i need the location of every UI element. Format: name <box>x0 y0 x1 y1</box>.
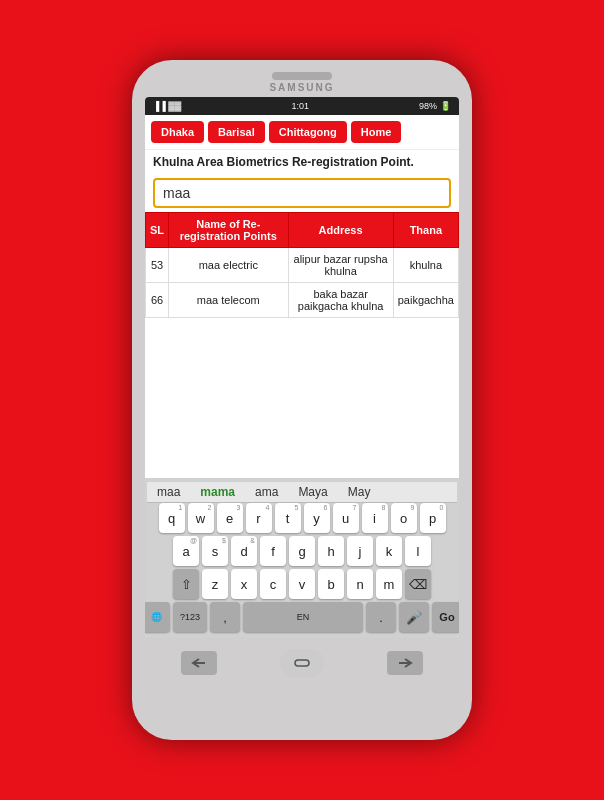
page-title: Khulna Area Biometrics Re-registration P… <box>145 150 459 174</box>
key-period[interactable]: . <box>366 602 396 632</box>
key-i[interactable]: 8i <box>362 503 388 533</box>
cell-sl: 66 <box>146 283 169 318</box>
nav-home[interactable]: Home <box>351 121 402 143</box>
key-mic[interactable]: 🎤 <box>399 602 429 632</box>
key-comma[interactable]: , <box>210 602 240 632</box>
suggestion-1[interactable]: mama <box>194 485 241 499</box>
keyboard: maa mama ama Maya May 1q 2w 3e 4r 5t 6y … <box>145 478 459 637</box>
key-space[interactable]: EN <box>243 602 363 632</box>
results-table-wrap: SL Name of Re-registration Points Addres… <box>145 212 459 478</box>
cell-thana: khulna <box>393 248 458 283</box>
col-thana: Thana <box>393 213 458 248</box>
menu-button[interactable] <box>387 651 423 675</box>
key-row-3: ⇧ z x c v b n m ⌫ <box>147 569 457 599</box>
key-t[interactable]: 5t <box>275 503 301 533</box>
nav-chittagong[interactable]: Chittagong <box>269 121 347 143</box>
results-table: SL Name of Re-registration Points Addres… <box>145 212 459 318</box>
table-header-row: SL Name of Re-registration Points Addres… <box>146 213 459 248</box>
back-button[interactable] <box>181 651 217 675</box>
col-name: Name of Re-registration Points <box>169 213 288 248</box>
key-b[interactable]: b <box>318 569 344 599</box>
key-v[interactable]: v <box>289 569 315 599</box>
key-o[interactable]: 9o <box>391 503 417 533</box>
phone-bottom <box>140 645 464 681</box>
key-w[interactable]: 2w <box>188 503 214 533</box>
key-h[interactable]: h <box>318 536 344 566</box>
search-input[interactable] <box>153 178 451 208</box>
suggestion-0[interactable]: maa <box>151 485 186 499</box>
key-j[interactable]: j <box>347 536 373 566</box>
key-x[interactable]: x <box>231 569 257 599</box>
key-y[interactable]: 6y <box>304 503 330 533</box>
key-s[interactable]: $s <box>202 536 228 566</box>
key-row-4: 🌐 ?123 , EN . 🎤 Go <box>147 602 457 632</box>
suggestion-2[interactable]: ama <box>249 485 284 499</box>
brand-label: SAMSUNG <box>269 82 334 93</box>
key-e[interactable]: 3e <box>217 503 243 533</box>
table-row: 66 maa telecom baka bazar paikgacha khul… <box>146 283 459 318</box>
col-address: Address <box>288 213 393 248</box>
search-wrap <box>145 174 459 212</box>
phone-frame: SAMSUNG ▐▐ ▓▓ 1:01 98% 🔋 Dhaka Barisal C… <box>132 60 472 740</box>
key-d[interactable]: &d <box>231 536 257 566</box>
suggestions-row: maa mama ama Maya May <box>147 482 457 503</box>
key-k[interactable]: k <box>376 536 402 566</box>
key-sym[interactable]: 🌐 <box>145 602 170 632</box>
key-c[interactable]: c <box>260 569 286 599</box>
key-backspace[interactable]: ⌫ <box>405 569 431 599</box>
key-n[interactable]: n <box>347 569 373 599</box>
nav-barisal[interactable]: Barisal <box>208 121 265 143</box>
key-p[interactable]: 0p <box>420 503 446 533</box>
status-right: 98% 🔋 <box>419 101 451 111</box>
key-row-2: @a $s &d f g h j k l <box>147 536 457 566</box>
col-sl: SL <box>146 213 169 248</box>
table-row: 53 maa electric alipur bazar rupsha khul… <box>146 248 459 283</box>
svg-rect-1 <box>295 660 309 666</box>
key-f[interactable]: f <box>260 536 286 566</box>
suggestion-3[interactable]: Maya <box>292 485 333 499</box>
signal-icon: ▐▐ ▓▓ <box>153 101 181 111</box>
key-u[interactable]: 7u <box>333 503 359 533</box>
key-123[interactable]: ?123 <box>173 602 207 632</box>
cell-address: alipur bazar rupsha khulna <box>288 248 393 283</box>
key-row-1: 1q 2w 3e 4r 5t 6y 7u 8i 9o 0p <box>147 503 457 533</box>
key-r[interactable]: 4r <box>246 503 272 533</box>
key-m[interactable]: m <box>376 569 402 599</box>
key-q[interactable]: 1q <box>159 503 185 533</box>
key-g[interactable]: g <box>289 536 315 566</box>
suggestion-4[interactable]: May <box>342 485 377 499</box>
status-time: 1:01 <box>291 101 309 111</box>
battery-text: 98% <box>419 101 437 111</box>
speaker-grill <box>272 72 332 80</box>
battery-icon: 🔋 <box>440 101 451 111</box>
key-a[interactable]: @a <box>173 536 199 566</box>
status-bar: ▐▐ ▓▓ 1:01 98% 🔋 <box>145 97 459 115</box>
cell-name: maa electric <box>169 248 288 283</box>
phone-screen: ▐▐ ▓▓ 1:01 98% 🔋 Dhaka Barisal Chittagon… <box>145 97 459 637</box>
key-shift[interactable]: ⇧ <box>173 569 199 599</box>
cell-sl: 53 <box>146 248 169 283</box>
nav-dhaka[interactable]: Dhaka <box>151 121 204 143</box>
cell-name: maa telecom <box>169 283 288 318</box>
key-go[interactable]: Go <box>432 602 459 632</box>
nav-bar: Dhaka Barisal Chittagong Home <box>145 115 459 150</box>
cell-address: baka bazar paikgacha khulna <box>288 283 393 318</box>
key-l[interactable]: l <box>405 536 431 566</box>
cell-thana: paikgachha <box>393 283 458 318</box>
key-z[interactable]: z <box>202 569 228 599</box>
status-left: ▐▐ ▓▓ <box>153 101 181 111</box>
home-button[interactable] <box>280 649 324 677</box>
